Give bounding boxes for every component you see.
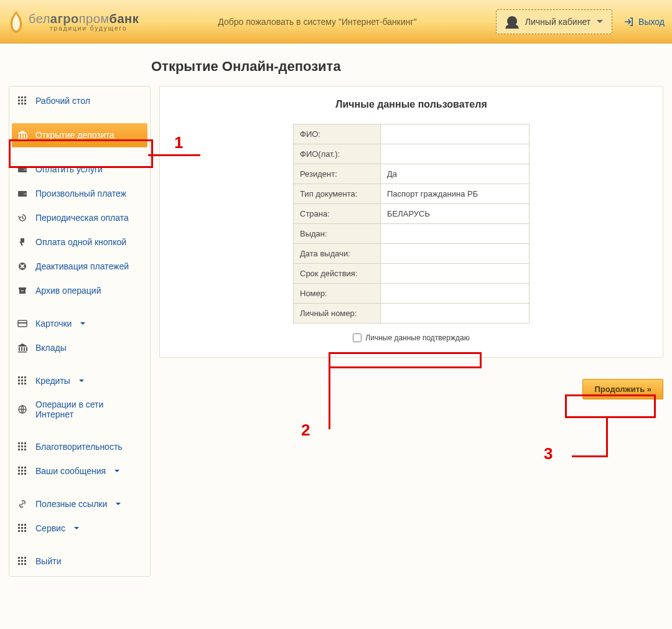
sidebar-item-label: Карточки [35, 319, 72, 328]
svg-rect-44 [18, 473, 20, 475]
user-data-table: ФИО:ФИО(лат.):Резидент:ДаТип документа:П… [293, 124, 530, 324]
table-row: Выдан: [294, 224, 530, 244]
chevron-down-icon [597, 20, 603, 23]
svg-rect-61 [24, 560, 26, 562]
bank-icon [17, 129, 28, 141]
field-label: Номер: [294, 284, 381, 304]
sidebar-item-2[interactable]: Оплатить услуги [9, 157, 150, 182]
annotation-number-3: 3 [544, 444, 553, 464]
field-value [381, 284, 530, 304]
sidebar-item-9[interactable]: Вклады [9, 336, 150, 360]
svg-rect-40 [24, 467, 26, 468]
page-title: Открытие Онлайн-депозита [0, 44, 672, 86]
svg-rect-24 [24, 380, 26, 381]
svg-rect-49 [24, 524, 26, 526]
sidebar-item-13[interactable]: Ваши сообщения [9, 459, 150, 483]
svg-rect-63 [21, 563, 23, 565]
field-label: Срок действия: [294, 264, 381, 284]
sidebar-item-label: Деактивация платежей [35, 261, 129, 271]
sidebar-item-label: Открытие депозита [35, 130, 114, 140]
svg-rect-50 [18, 527, 20, 529]
sidebar-separator [9, 113, 150, 122]
sidebar-item-14[interactable]: Полезные ссылки [9, 492, 150, 516]
grid-icon [17, 523, 28, 534]
field-value: БЕЛАРУСЬ [381, 204, 530, 224]
chevron-down-icon [116, 503, 121, 505]
svg-rect-4 [21, 100, 23, 101]
svg-rect-45 [21, 473, 23, 475]
field-label: ФИО: [294, 124, 381, 144]
sidebar-item-label: Благотворительность [35, 442, 123, 452]
sidebar-item-15[interactable]: Сервис [9, 516, 150, 541]
svg-rect-64 [24, 563, 26, 565]
grid-icon [17, 95, 28, 106]
svg-rect-2 [24, 96, 26, 98]
sidebar-item-12[interactable]: Благотворительность [9, 435, 150, 459]
svg-rect-57 [21, 557, 23, 559]
svg-rect-35 [18, 449, 20, 450]
sidebar-item-16[interactable]: Выйти [9, 549, 150, 574]
sidebar-item-4[interactable]: Периодическая оплата [9, 206, 150, 230]
svg-rect-39 [21, 467, 23, 468]
grid-icon [17, 441, 28, 452]
svg-rect-26 [21, 383, 23, 384]
sidebar-separator [9, 303, 150, 312]
table-row: Тип документа:Паспорт гражданина РБ [294, 184, 530, 204]
continue-button[interactable]: Продолжить » [582, 379, 663, 399]
sidebar-item-0[interactable]: Рабочий стол [9, 89, 150, 113]
logo-icon [7, 11, 25, 33]
sidebar-item-10[interactable]: Кредиты [9, 369, 150, 393]
sidebar-item-1[interactable]: Открытие депозита [12, 123, 147, 147]
cabinet-dropdown[interactable]: Личный кабинет [496, 9, 612, 34]
svg-rect-52 [24, 527, 26, 529]
svg-rect-36 [21, 449, 23, 450]
user-data-panel: Личные данные пользователя ФИО:ФИО(лат.)… [159, 86, 663, 358]
svg-rect-5 [24, 100, 26, 101]
table-row: Страна:БЕЛАРУСЬ [294, 204, 530, 224]
logout-label: Выход [638, 17, 665, 27]
svg-rect-43 [24, 470, 26, 472]
sidebar-item-5[interactable]: Оплата одной кнопкой [9, 230, 150, 254]
field-value [381, 304, 530, 324]
confirm-label: Личные данные подтверждаю [365, 333, 469, 342]
confirm-checkbox[interactable] [353, 333, 362, 342]
sidebar-item-label: Рабочий стол [35, 96, 90, 106]
chevron-down-icon [74, 527, 79, 529]
globe-icon [17, 404, 28, 415]
svg-rect-1 [21, 96, 23, 98]
svg-rect-60 [21, 560, 23, 562]
wallet-icon [17, 164, 28, 175]
sidebar-separator [9, 541, 150, 549]
svg-rect-25 [18, 383, 20, 384]
svg-rect-7 [21, 103, 23, 105]
table-row: Резидент:Да [294, 164, 530, 184]
table-row: Номер: [294, 284, 530, 304]
logo-block: белагропромбанк традиции будущего [7, 11, 139, 33]
main-area: Личные данные пользователя ФИО:ФИО(лат.)… [159, 86, 663, 577]
svg-rect-55 [24, 530, 26, 532]
field-value [381, 244, 530, 264]
sidebar-item-8[interactable]: Карточки [9, 312, 150, 336]
welcome-text: Добро пожаловать в систему "Интернет-бан… [139, 17, 496, 27]
chevron-down-icon [80, 322, 85, 325]
logo-tagline: традиции будущего [50, 25, 139, 32]
svg-rect-20 [21, 376, 23, 378]
sidebar-item-11[interactable]: Операции в сети Интернет [9, 393, 150, 426]
sidebar-item-6[interactable]: Деактивация платежей [9, 254, 150, 279]
field-value [381, 264, 530, 284]
svg-rect-47 [18, 524, 20, 526]
sidebar-item-label: Периодическая оплата [35, 213, 129, 223]
svg-rect-41 [18, 470, 20, 472]
panel-title: Личные данные пользователя [172, 99, 650, 110]
sidebar-item-label: Оплатить услуги [35, 164, 103, 174]
sidebar: Рабочий столОткрытие депозитаОплатить ус… [9, 86, 151, 577]
field-value [381, 224, 530, 244]
logout-button[interactable]: Выход [623, 16, 665, 27]
svg-rect-6 [18, 103, 20, 105]
sidebar-item-3[interactable]: Произвольный платеж [9, 182, 150, 206]
svg-rect-37 [24, 449, 26, 450]
svg-rect-23 [21, 380, 23, 381]
confirm-checkbox-row[interactable]: Личные данные подтверждаю [337, 333, 486, 342]
sidebar-item-7[interactable]: Архив операций [9, 279, 150, 303]
sidebar-item-label: Ваши сообщения [35, 466, 106, 476]
